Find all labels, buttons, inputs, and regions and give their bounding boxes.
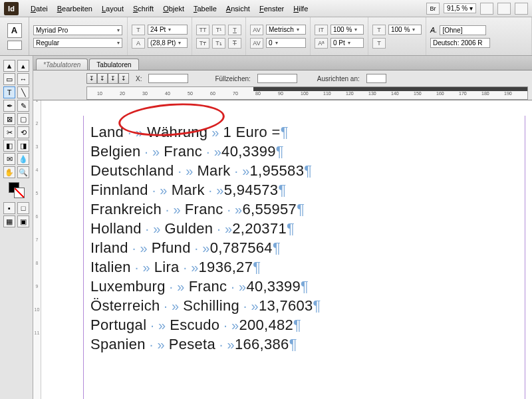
view-preview[interactable]: ▣ — [17, 215, 29, 227]
view-mode-icon[interactable] — [480, 3, 493, 15]
language-select[interactable]: Deutsch: 2006 R — [430, 38, 490, 48]
menu-layout[interactable]: Layout — [98, 3, 128, 14]
ruler-tick: 80 — [255, 91, 261, 96]
selection-tool[interactable]: ▲ — [3, 60, 15, 72]
ruler-tick: 190 — [504, 91, 512, 96]
ruler-tick: 100 — [301, 91, 309, 96]
direct-select-tool[interactable]: ▴ — [17, 60, 29, 72]
zoom-tool[interactable]: 🔍 — [17, 166, 29, 178]
page-tool[interactable]: ▭ — [3, 73, 15, 85]
menu-datei[interactable]: Datei — [27, 3, 52, 14]
apply-fill[interactable]: ▪ — [3, 202, 15, 214]
gradient-tool[interactable]: ◧ — [3, 140, 15, 152]
ruler-tick: 140 — [391, 91, 399, 96]
doc-line: Portugal · » Escudo · »200,482¶ — [90, 315, 525, 334]
document-tab[interactable]: *Tabulatoren — [36, 59, 88, 70]
baseline-select[interactable]: 0 Pt▾ — [331, 38, 364, 48]
sub-icon[interactable]: T₁ — [212, 38, 225, 49]
menu-ansicht[interactable]: Ansicht — [222, 3, 254, 14]
ausrichten-label: Ausrichten an: — [317, 75, 360, 82]
font-family-select[interactable]: Myriad Pro▾ — [33, 25, 122, 35]
leading-select[interactable]: (28,8 Pt)▾ — [148, 38, 188, 48]
ruler-tick: 150 — [414, 91, 422, 96]
menu-bearbeiten[interactable]: Bearbeiten — [53, 3, 96, 14]
charstyle-select[interactable]: [Ohne] — [440, 25, 486, 35]
doc-line: Luxemburg · » Franc · »40,3399¶ — [90, 277, 525, 296]
ruler-tick: 130 — [368, 91, 376, 96]
tracking-select[interactable]: 0▾ — [266, 38, 306, 48]
scissors-tool[interactable]: ✂ — [3, 126, 15, 138]
arrange-icon[interactable] — [515, 3, 528, 15]
doc-line: Österreich · » Schilling · »13,7603¶ — [90, 296, 525, 315]
line-tool[interactable]: ╲ — [17, 86, 29, 98]
x-input[interactable] — [148, 74, 188, 83]
v-ruler-tick: 10 — [33, 307, 41, 312]
smallcaps-icon[interactable]: Tᴛ — [196, 38, 209, 49]
transform-tool[interactable]: ⟲ — [17, 126, 29, 138]
rect-frame-tool[interactable]: ⊠ — [3, 113, 15, 125]
bridge-icon[interactable]: Br — [426, 3, 440, 15]
ausrichten-input[interactable] — [366, 74, 386, 83]
menu-fenster[interactable]: Fenster — [255, 3, 288, 14]
allcaps-icon[interactable]: TT — [196, 25, 209, 35]
doc-line: Belgien · » Franc · »40,3399¶ — [90, 142, 525, 161]
ruler-tick: 180 — [481, 91, 489, 96]
tab-ruler[interactable]: 1020304050607080901001101201301401501601… — [86, 86, 528, 100]
doc-line: Frankreich · » Franc · »6,55957¶ — [90, 200, 525, 219]
charstyle-icon: A. — [430, 26, 437, 34]
underline-icon[interactable]: T — [228, 25, 241, 35]
color-swatch[interactable] — [9, 182, 25, 198]
screen-mode-icon[interactable] — [497, 3, 511, 15]
vscale-icon: IT — [315, 25, 328, 35]
ruler-tick: 40 — [165, 91, 170, 96]
doc-line: Irland · » Pfund · »0,787564¶ — [90, 238, 525, 257]
menu-bar: Id Datei Bearbeiten Layout Schrift Objek… — [0, 0, 532, 17]
zoom-level[interactable]: 91,5 % ▾ — [444, 3, 476, 13]
v-ruler-tick: 2 — [33, 121, 41, 126]
text-frame[interactable]: Land · » Währung » 1 Euro =¶ Belgien · »… — [83, 116, 525, 399]
v-ruler-tick: 5 — [33, 191, 41, 196]
tab-align-right[interactable]: ↧ — [108, 73, 118, 84]
pen-tool[interactable]: ✒ — [3, 100, 15, 112]
menu-tabelle[interactable]: Tabelle — [190, 3, 221, 14]
control-panel: A Myriad Pro▾ Regular▾ T24 Pt▾ A(28,8 Pt… — [0, 17, 532, 56]
tab-align-decimal[interactable]: ↧ — [118, 73, 129, 84]
type-tool[interactable]: T — [3, 86, 15, 98]
font-style-select[interactable]: Regular▾ — [33, 38, 122, 48]
apply-none[interactable]: □ — [17, 202, 29, 214]
font-size-select[interactable]: 24 Pt▾ — [148, 25, 188, 35]
ruler-tick: 160 — [436, 91, 444, 96]
tab-align-left[interactable]: ↧ — [86, 73, 97, 84]
document-canvas[interactable]: *Tabulatoren Tabulatoren ↧ ↧ ↧ ↧ X: Füll… — [33, 56, 532, 399]
menu-schrift[interactable]: Schrift — [129, 3, 158, 14]
hscale-select[interactable]: 100 %▾ — [388, 25, 422, 35]
fuellzeichen-input[interactable] — [257, 74, 297, 83]
kerning-icon: AV — [250, 25, 263, 35]
super-icon[interactable]: T¹ — [212, 25, 225, 35]
skew-icon: T — [372, 38, 386, 49]
menu-hilfe[interactable]: Hilfe — [289, 3, 312, 14]
kerning-select[interactable]: Metrisch▾ — [266, 25, 306, 35]
pencil-tool[interactable]: ✎ — [17, 100, 29, 112]
view-normal[interactable]: ▦ — [3, 215, 15, 227]
char-format-button[interactable]: A — [7, 23, 22, 38]
para-format-button[interactable] — [7, 41, 22, 50]
doc-line: Finnland · » Mark · »5,94573¶ — [90, 180, 525, 200]
gap-tool[interactable]: ↔ — [17, 73, 29, 85]
rect-tool[interactable]: ▢ — [17, 113, 29, 125]
ruler-tick: 60 — [210, 91, 215, 96]
note-tool[interactable]: ✉ — [3, 153, 15, 165]
tabulatoren-tab[interactable]: Tabulatoren — [89, 59, 138, 70]
gradientf-tool[interactable]: ◨ — [17, 140, 29, 152]
tabulatoren-panel: ↧ ↧ ↧ ↧ X: Füllzeichen: Ausrichten an: 1… — [33, 70, 532, 100]
ruler-tick: 120 — [346, 91, 354, 96]
eyedrop-tool[interactable]: 💧 — [17, 153, 29, 165]
strike-icon[interactable]: T̶ — [228, 38, 241, 49]
tab-align-center[interactable]: ↧ — [97, 73, 108, 84]
vscale-select[interactable]: 100 %▾ — [331, 25, 364, 35]
menu-objekt[interactable]: Objekt — [159, 3, 188, 14]
ruler-tick: 50 — [188, 91, 193, 96]
doc-line: Holland · » Gulden · »2,20371¶ — [90, 219, 525, 238]
x-label: X: — [136, 75, 142, 82]
hand-tool[interactable]: ✋ — [3, 166, 15, 178]
